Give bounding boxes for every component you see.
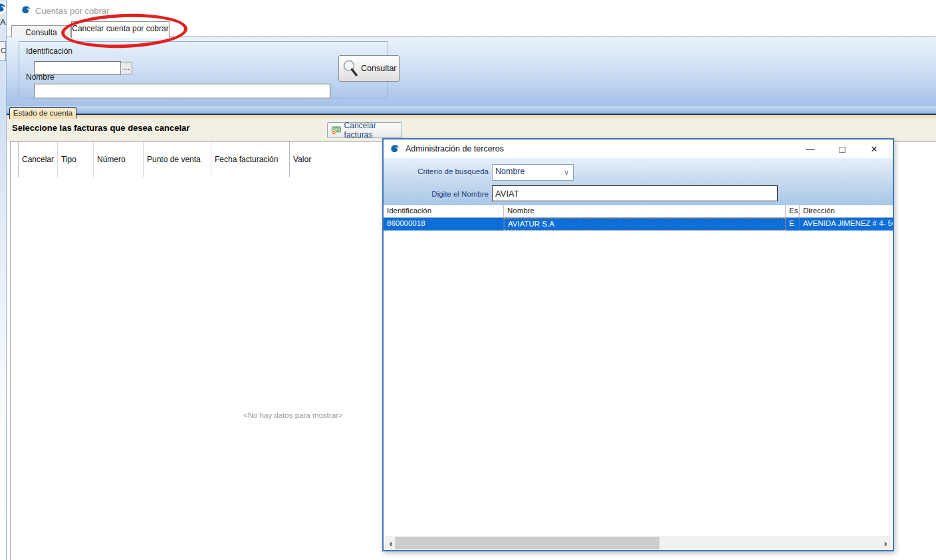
consultar-label: Consultar — [361, 64, 397, 73]
scrollbar-thumb[interactable] — [395, 537, 659, 549]
dialog-title-bar[interactable]: Administración de terceros — □ ✕ — [384, 140, 893, 158]
action-band: Seleccione las facturas que desea cancel… — [7, 118, 936, 141]
cancelar-facturas-label: Cancelar facturas — [344, 121, 402, 140]
background-text-fragment: A — [0, 17, 6, 27]
row-indicator-column — [11, 141, 19, 177]
instruction-text: Seleccione las facturas que desea cancel… — [12, 123, 189, 133]
column-header-es[interactable]: Es — [786, 205, 800, 217]
tab-consulta-facturas[interactable]: Consulta facturas — [11, 25, 71, 37]
consultar-button[interactable]: Consultar — [338, 55, 400, 82]
column-header-valor[interactable]: Valor — [290, 141, 373, 177]
app-icon — [20, 4, 32, 16]
nombre-input[interactable] — [34, 84, 330, 98]
digite-label: Digite el Nombre — [396, 190, 489, 198]
browse-button[interactable]: … — [120, 62, 132, 74]
dialog-search-panel: Criterio de busqueda Nombre ∨ Digite el … — [384, 158, 893, 205]
column-header-tipo[interactable]: Tipo — [58, 141, 94, 177]
minimize-icon[interactable]: — — [794, 140, 826, 158]
maximize-icon[interactable]: □ — [826, 140, 858, 158]
horizontal-scrollbar[interactable]: ‹ › — [385, 536, 891, 550]
background-text-fragment: C — [1, 47, 6, 54]
tab-cancelar-cuenta-por-cobrar[interactable]: Cancelar cuenta por cobrar — [71, 21, 170, 38]
nombre-search-input[interactable] — [492, 185, 778, 201]
column-header-direccion[interactable]: Dirección — [800, 205, 893, 217]
table-row-selected[interactable]: 860000018 AVIATUR S.A E AVENIDA JIMENEZ … — [384, 218, 893, 231]
app-icon — [0, 1, 7, 15]
identificacion-label: Identificación — [26, 47, 72, 56]
cell-direccion[interactable]: AVENIDA JIMENEZ # 4- 50 P — [800, 218, 893, 231]
cancelar-facturas-button[interactable]: Cancelar facturas — [327, 122, 402, 138]
background-window-strip: A C — [0, 0, 7, 560]
empty-state-text: <No hay datos para mostrar> — [243, 411, 343, 419]
search-panel: Identificación … Nombre Consultar — [7, 37, 936, 106]
criterio-dropdown[interactable]: Nombre ∨ — [492, 164, 574, 181]
admin-terceros-dialog: Administración de terceros — □ ✕ Criteri… — [382, 138, 894, 551]
app-icon — [389, 143, 401, 155]
criterio-value: Nombre — [495, 167, 525, 176]
close-icon[interactable]: ✕ — [858, 140, 890, 158]
title-bar: Cuentas por cobrar — [7, 0, 936, 20]
column-header-fecha-facturacion[interactable]: Fecha facturación — [211, 141, 290, 177]
terceros-table-header: Identificación Nombre Es Dirección — [384, 205, 893, 218]
chevron-down-icon: ∨ — [564, 168, 569, 177]
tab-strip: Consulta facturas Cancelar cuenta por co… — [7, 20, 936, 37]
cell-es[interactable]: E — [786, 218, 800, 231]
money-cancel-icon — [331, 125, 342, 136]
column-header-identificacion[interactable]: Identificación — [384, 205, 504, 217]
cell-nombre[interactable]: AVIATUR S.A — [504, 218, 786, 231]
column-header-numero[interactable]: Número — [94, 141, 144, 177]
column-header-nombre[interactable]: Nombre — [504, 205, 786, 217]
column-header-punto-de-venta[interactable]: Punto de venta — [144, 141, 211, 177]
column-header-cancelar[interactable]: Cancelar — [19, 141, 58, 177]
criterio-label: Criterio de busqueda — [396, 167, 489, 175]
magnifier-icon — [342, 59, 359, 78]
scroll-right-icon[interactable]: › — [879, 536, 891, 550]
dialog-title: Administración de terceros — [406, 144, 504, 153]
window-title: Cuentas por cobrar — [35, 6, 109, 16]
cell-identificacion[interactable]: 860000018 — [384, 218, 504, 231]
nombre-label: Nombre — [26, 72, 55, 82]
search-groupbox: Identificación … Nombre Consultar — [19, 41, 388, 98]
tab-estado-de-cuenta[interactable]: Estado de cuenta — [9, 107, 76, 119]
screen: A C Cuentas por cobrar Consulta facturas… — [0, 0, 936, 560]
